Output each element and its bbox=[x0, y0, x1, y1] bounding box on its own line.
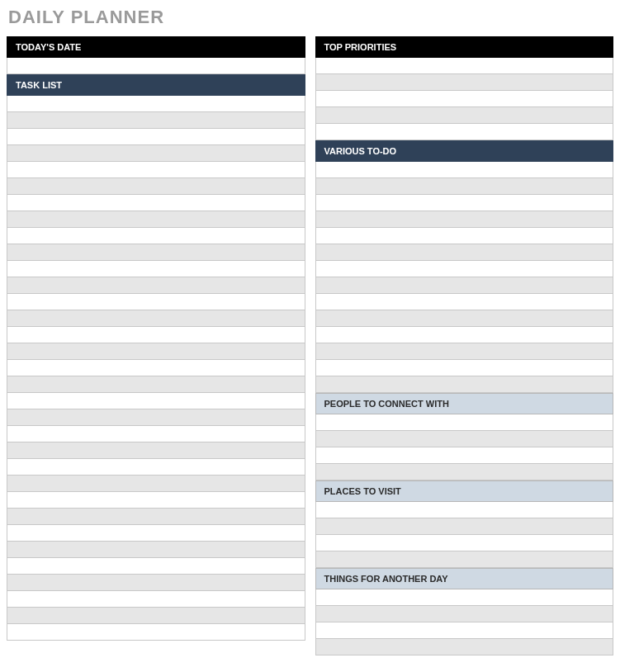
task-row[interactable] bbox=[7, 195, 305, 211]
todo-row[interactable] bbox=[315, 376, 614, 393]
task-row[interactable] bbox=[7, 162, 305, 178]
places-row[interactable] bbox=[315, 518, 614, 535]
task-row[interactable] bbox=[7, 426, 305, 442]
places-visit-header: PLACES TO VISIT bbox=[315, 480, 614, 502]
priority-row[interactable] bbox=[315, 107, 614, 124]
priority-row[interactable] bbox=[315, 74, 614, 91]
right-column: TOP PRIORITIES VARIOUS TO-DO PEOPLE TO C… bbox=[315, 36, 614, 655]
task-row[interactable] bbox=[7, 409, 305, 426]
task-row[interactable] bbox=[7, 327, 305, 343]
todo-row[interactable] bbox=[315, 195, 614, 211]
places-row[interactable] bbox=[315, 502, 614, 518]
task-row[interactable] bbox=[7, 376, 305, 393]
task-row[interactable] bbox=[7, 178, 305, 195]
another-day-row[interactable] bbox=[315, 589, 614, 606]
left-column: TODAY'S DATE TASK LIST bbox=[7, 36, 305, 655]
task-row[interactable] bbox=[7, 509, 305, 525]
another-day-row[interactable] bbox=[315, 639, 614, 655]
planner-columns: TODAY'S DATE TASK LIST bbox=[7, 36, 613, 655]
priority-row[interactable] bbox=[315, 58, 614, 74]
task-row[interactable] bbox=[7, 575, 305, 591]
task-row[interactable] bbox=[7, 492, 305, 509]
task-list-header: TASK LIST bbox=[7, 74, 305, 96]
task-row[interactable] bbox=[7, 277, 305, 294]
task-row[interactable] bbox=[7, 525, 305, 542]
people-row[interactable] bbox=[315, 464, 614, 480]
priority-row[interactable] bbox=[315, 91, 614, 107]
todo-row[interactable] bbox=[315, 294, 614, 310]
todo-row[interactable] bbox=[315, 178, 614, 195]
various-todo-header: VARIOUS TO-DO bbox=[315, 140, 614, 162]
task-row[interactable] bbox=[7, 244, 305, 261]
todo-row[interactable] bbox=[315, 360, 614, 376]
places-row[interactable] bbox=[315, 535, 614, 551]
priority-row[interactable] bbox=[315, 124, 614, 140]
task-row[interactable] bbox=[7, 608, 305, 624]
task-row[interactable] bbox=[7, 112, 305, 129]
todo-row[interactable] bbox=[315, 310, 614, 327]
page-title: DAILY PLANNER bbox=[7, 7, 613, 28]
task-row[interactable] bbox=[7, 442, 305, 459]
task-row[interactable] bbox=[7, 294, 305, 310]
task-row[interactable] bbox=[7, 558, 305, 575]
another-day-row[interactable] bbox=[315, 606, 614, 622]
task-row[interactable] bbox=[7, 211, 305, 228]
places-row[interactable] bbox=[315, 551, 614, 568]
task-row[interactable] bbox=[7, 476, 305, 492]
people-row[interactable] bbox=[315, 414, 614, 431]
todo-row[interactable] bbox=[315, 343, 614, 360]
todo-row[interactable] bbox=[315, 162, 614, 178]
things-another-day-header: THINGS FOR ANOTHER DAY bbox=[315, 568, 614, 589]
people-row[interactable] bbox=[315, 447, 614, 464]
task-row[interactable] bbox=[7, 624, 305, 641]
task-row[interactable] bbox=[7, 228, 305, 244]
people-connect-header: PEOPLE TO CONNECT WITH bbox=[315, 393, 614, 414]
task-row[interactable] bbox=[7, 261, 305, 277]
task-row[interactable] bbox=[7, 591, 305, 608]
todo-row[interactable] bbox=[315, 211, 614, 228]
task-row[interactable] bbox=[7, 459, 305, 476]
task-row[interactable] bbox=[7, 310, 305, 327]
another-day-row[interactable] bbox=[315, 622, 614, 639]
task-row[interactable] bbox=[7, 129, 305, 145]
task-row[interactable] bbox=[7, 542, 305, 558]
task-row[interactable] bbox=[7, 393, 305, 409]
todo-row[interactable] bbox=[315, 327, 614, 343]
todays-date-header: TODAY'S DATE bbox=[7, 36, 305, 58]
top-priorities-header: TOP PRIORITIES bbox=[315, 36, 614, 58]
todo-row[interactable] bbox=[315, 261, 614, 277]
todo-row[interactable] bbox=[315, 228, 614, 244]
task-row[interactable] bbox=[7, 343, 305, 360]
task-row[interactable] bbox=[7, 96, 305, 112]
todo-row[interactable] bbox=[315, 244, 614, 261]
todays-date-value[interactable] bbox=[7, 58, 305, 74]
people-row[interactable] bbox=[315, 431, 614, 447]
task-row[interactable] bbox=[7, 145, 305, 162]
task-row[interactable] bbox=[7, 360, 305, 376]
todo-row[interactable] bbox=[315, 277, 614, 294]
